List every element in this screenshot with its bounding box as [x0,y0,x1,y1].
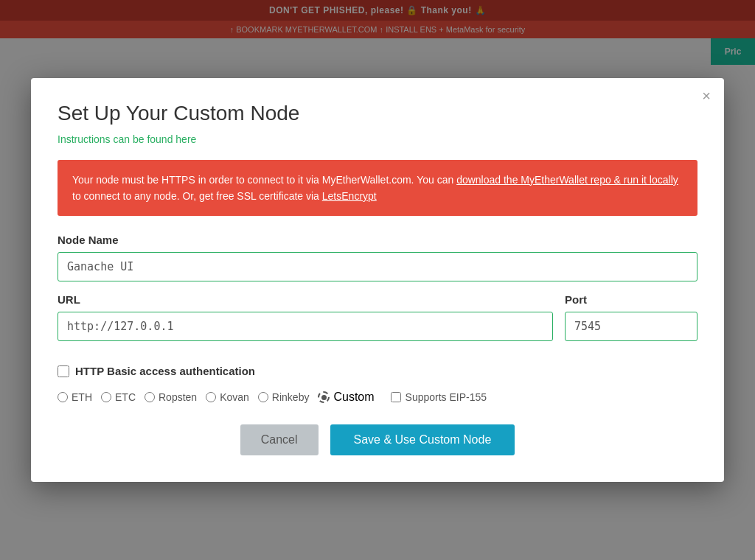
custom-radio-box [318,391,330,403]
network-radio-row: ETH ETC Ropsten Kovan Rinkeby [58,391,697,404]
http-auth-label[interactable]: HTTP Basic access authentication [75,365,255,377]
eip155-item: Supports EIP-155 [391,391,487,403]
radio-eth[interactable] [58,392,68,402]
port-input[interactable] [565,312,697,341]
network-option-ropsten: Ropsten [145,391,197,403]
eip155-label[interactable]: Supports EIP-155 [406,391,487,403]
radio-rinkeby[interactable] [258,392,268,402]
network-option-rinkeby: Rinkeby [258,391,310,403]
url-group: URL [58,293,553,341]
alert-link-letsencrypt[interactable]: LetsEncrypt [322,190,377,202]
save-button[interactable]: Save & Use Custom Node [330,424,515,455]
port-group: Port [565,293,697,341]
alert-text-middle: to connect to any node. Or, get free SSL… [72,190,322,202]
radio-kovan-label[interactable]: Kovan [220,391,249,403]
url-input[interactable] [58,312,553,341]
alert-text-before: Your node must be HTTPS in order to conn… [72,174,456,186]
radio-rinkeby-label[interactable]: Rinkeby [272,391,310,403]
cancel-button[interactable]: Cancel [240,424,319,455]
network-option-etc: ETC [101,391,136,403]
modal-close-button[interactable]: × [702,88,711,103]
eip155-checkbox[interactable] [391,392,401,402]
node-name-label: Node Name [58,234,697,246]
url-port-row: URL Port [58,293,697,353]
modal-overlay: × Set Up Your Custom Node Instructions c… [0,0,755,560]
node-name-input[interactable] [58,252,697,281]
modal-title: Set Up Your Custom Node [58,102,697,125]
node-name-group: Node Name [58,234,697,281]
network-option-kovan: Kovan [206,391,249,403]
alert-link-repo[interactable]: download the MyEtherWallet repo & run it… [456,174,678,186]
alert-box: Your node must be HTTPS in order to conn… [58,160,697,217]
http-auth-checkbox[interactable] [58,365,69,377]
radio-eth-label[interactable]: ETH [72,391,92,403]
modal-container: × Set Up Your Custom Node Instructions c… [31,78,724,483]
port-label: Port [565,293,697,306]
custom-radio-dot [321,395,327,400]
radio-etc[interactable] [101,392,111,402]
button-row: Cancel Save & Use Custom Node [58,424,697,455]
radio-kovan[interactable] [206,392,216,402]
radio-custom-label[interactable]: Custom [333,391,374,404]
radio-ropsten[interactable] [145,392,155,402]
http-auth-row: HTTP Basic access authentication [58,365,697,377]
radio-etc-label[interactable]: ETC [115,391,136,403]
network-option-custom: Custom [318,391,374,404]
url-label: URL [58,293,553,306]
radio-ropsten-label[interactable]: Ropsten [159,391,197,403]
network-option-eth: ETH [58,391,92,403]
instructions-link[interactable]: Instructions can be found here [58,133,196,145]
